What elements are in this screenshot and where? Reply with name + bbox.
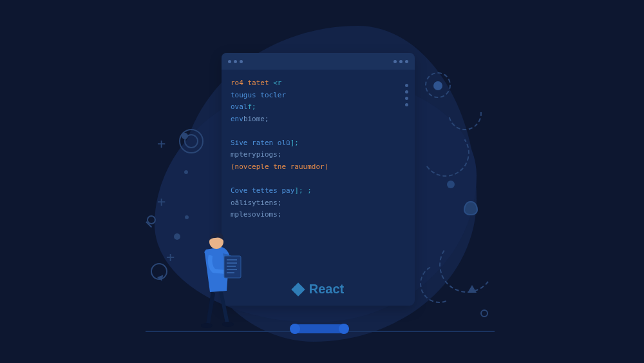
dot-icon: [393, 60, 397, 63]
code-line: ovalf;: [231, 101, 406, 113]
dot-icon: [184, 170, 188, 174]
shield-icon: [464, 201, 478, 215]
dot-icon: [399, 60, 402, 63]
dot-icon: [240, 60, 243, 63]
code-line: Cove tettes pay]; ;: [231, 185, 406, 197]
triangle-icon: [468, 285, 477, 293]
react-brand: React: [222, 282, 415, 297]
plus-icon: [157, 193, 166, 210]
dot-icon: [228, 60, 231, 63]
svg-rect-4: [224, 256, 241, 278]
ring-icon: [480, 309, 488, 317]
dot-icon: [234, 60, 237, 63]
code-editor-window: ro4 tatet <rtougus toclerovalf;envbiome;…: [222, 53, 415, 306]
svg-point-1: [222, 322, 234, 327]
code-line: envbiome;: [231, 113, 406, 126]
react-label-text: React: [309, 282, 344, 297]
react-logo-icon: [292, 284, 304, 295]
dot-icon: [174, 233, 180, 240]
code-area: ro4 tatet <rtougus toclerovalf;envbiome;…: [222, 70, 415, 229]
dot-icon: [185, 215, 189, 219]
editor-titlebar: [222, 53, 415, 70]
plus-icon: [157, 135, 166, 152]
code-line: mplesovioms;: [231, 209, 406, 221]
plus-icon: [166, 249, 175, 265]
window-controls-left: [228, 60, 243, 63]
code-line: mpterypiogs;: [231, 149, 406, 161]
dot-icon: [405, 60, 408, 63]
ring-center-dot: [182, 133, 188, 139]
code-line: oâlisytiens;: [231, 197, 406, 210]
code-line: Sive raten olū];: [231, 137, 406, 150]
person-illustration: [187, 221, 249, 331]
minimap-dots: [405, 84, 408, 106]
code-line: ro4 tatet <r: [231, 77, 406, 90]
code-line: tougus tocler: [231, 90, 406, 102]
speech-tail: [157, 275, 165, 282]
window-controls-right: [393, 60, 408, 63]
paper-scroll: [286, 322, 353, 336]
dot-icon: [433, 81, 442, 90]
code-line: (novceple tne rauumdor): [231, 161, 406, 173]
dot-icon: [447, 181, 455, 188]
svg-point-0: [201, 323, 213, 328]
